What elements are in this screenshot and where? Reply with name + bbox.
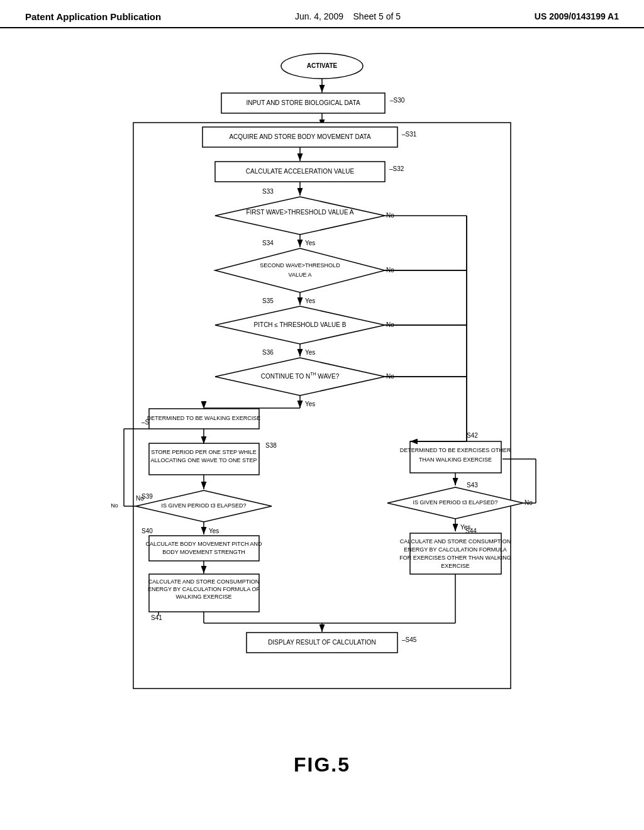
svg-text:CALCULATE ACCELERATION VALUE: CALCULATE ACCELERATION VALUE [246, 168, 355, 175]
svg-text:–S32: –S32 [389, 165, 404, 172]
svg-text:Yes: Yes [305, 297, 315, 304]
svg-text:Yes: Yes [305, 349, 315, 356]
svg-text:–S45: –S45 [402, 636, 417, 643]
svg-text:THAN WALKING EXERCISE: THAN WALKING EXERCISE [419, 456, 492, 463]
svg-text:No: No [386, 321, 394, 328]
svg-text:PITCH ≤ THRESHOLD VALUE B: PITCH ≤ THRESHOLD VALUE B [254, 321, 347, 328]
svg-text:Yes: Yes [305, 401, 315, 407]
svg-text:IS GIVEN PERIOD t3 ELAPSED?: IS GIVEN PERIOD t3 ELAPSED? [161, 502, 246, 509]
svg-text:DETERMINED TO BE EXERCISES OTH: DETERMINED TO BE EXERCISES OTHER [400, 447, 511, 453]
figure-caption: FIG.5 [294, 753, 350, 777]
svg-text:S33: S33 [262, 188, 274, 195]
svg-text:No: No [386, 267, 394, 274]
svg-text:–S31: –S31 [402, 131, 417, 138]
svg-text:S35: S35 [262, 297, 274, 304]
svg-text:INPUT AND STORE BIOLOGICAL DAT: INPUT AND STORE BIOLOGICAL DATA [246, 99, 360, 106]
svg-text:S42: S42 [467, 432, 478, 439]
svg-text:No: No [525, 499, 533, 506]
svg-text:S40: S40 [142, 528, 153, 534]
svg-text:DISPLAY RESULT OF CALCULATION: DISPLAY RESULT OF CALCULATION [268, 639, 375, 646]
svg-rect-74 [149, 536, 259, 561]
svg-text:S36: S36 [262, 349, 274, 356]
svg-text:No: No [386, 373, 394, 380]
diagram-area: .box { fill: white; stroke: black; strok… [0, 35, 644, 789]
svg-text:IS GIVEN PERIOD t3 ELAPSED?: IS GIVEN PERIOD t3 ELAPSED? [413, 499, 497, 506]
page-header: Patent Application Publication Jun. 4, 2… [0, 0, 644, 28]
header-patent-number: US 2009/0143199 A1 [535, 11, 619, 21]
svg-text:ACQUIRE AND STORE BODY MOVEMEN: ACQUIRE AND STORE BODY MOVEMENT DATA [229, 133, 371, 140]
svg-text:CALCULATE AND STORE CONSUMPTIO: CALCULATE AND STORE CONSUMPTION [400, 538, 511, 545]
svg-text:EXERCISE: EXERCISE [441, 563, 470, 569]
svg-text:WALKING EXERCISE: WALKING EXERCISE [175, 594, 231, 600]
svg-text:CONTINUE TO NTH WAVE?: CONTINUE TO NTH WAVE? [261, 372, 340, 379]
svg-text:No: No [136, 495, 144, 502]
svg-text:DETERMINED TO BE WALKING EXERC: DETERMINED TO BE WALKING EXERCISE [147, 415, 260, 421]
svg-text:S38: S38 [265, 442, 277, 449]
svg-text:No: No [111, 502, 118, 509]
svg-text:FOR EXERCISES OTHER THAN WALKI: FOR EXERCISES OTHER THAN WALKING [399, 555, 511, 561]
svg-text:ENERGY BY CALCULATION FORMULA : ENERGY BY CALCULATION FORMULA OF [148, 586, 260, 592]
svg-text:VALUE A: VALUE A [289, 272, 312, 278]
svg-text:S43: S43 [467, 482, 478, 489]
svg-text:S34: S34 [262, 240, 274, 246]
svg-text:ACTIVATE: ACTIVATE [307, 62, 338, 69]
svg-text:ALLOCATING ONE WAVE TO ONE STE: ALLOCATING ONE WAVE TO ONE STEP [150, 457, 257, 463]
svg-text:Yes: Yes [209, 528, 219, 534]
svg-text:STORE PERIOD PER ONE STEP WHIL: STORE PERIOD PER ONE STEP WHILE [151, 449, 257, 455]
flowchart-svg: .box { fill: white; stroke: black; strok… [77, 47, 567, 758]
header-publication-label: Patent Application Publication [25, 11, 161, 22]
svg-text:ENERGY BY CALCULATION FORMULA: ENERGY BY CALCULATION FORMULA [404, 546, 507, 553]
svg-text:CALCULATE AND STORE CONSUMPTIO: CALCULATE AND STORE CONSUMPTION [148, 578, 260, 585]
svg-text:CALCULATE BODY MOVEMENT PITCH : CALCULATE BODY MOVEMENT PITCH AND [145, 541, 262, 547]
svg-text:BODY MOVEMENT STRENGTH: BODY MOVEMENT STRENGTH [162, 549, 245, 555]
svg-text:SECOND WAVE>THRESHOLD: SECOND WAVE>THRESHOLD [260, 262, 340, 268]
svg-text:S41: S41 [151, 614, 162, 621]
header-date-sheet: Jun. 4, 2009 Sheet 5 of 5 [295, 11, 401, 21]
svg-text:FIRST WAVE>THRESHOLD VALUE A: FIRST WAVE>THRESHOLD VALUE A [246, 209, 353, 216]
svg-text:–S30: –S30 [390, 97, 405, 104]
svg-text:Yes: Yes [305, 240, 315, 246]
svg-text:No: No [386, 212, 394, 219]
